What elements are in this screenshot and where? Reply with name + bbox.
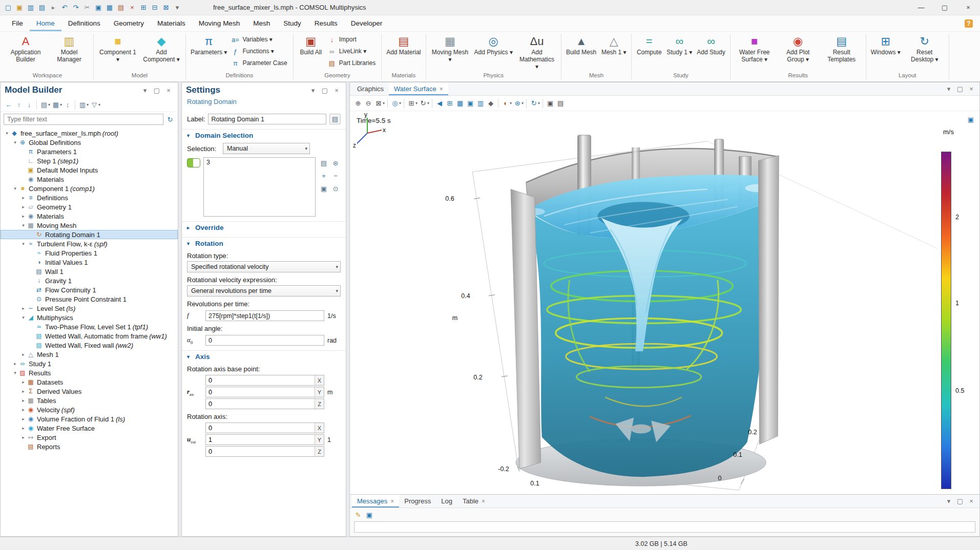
menu-developer[interactable]: Developer	[344, 15, 389, 31]
float-panel-icon[interactable]: ▢	[152, 84, 162, 96]
filter-icon[interactable]: ▽▾	[89, 99, 101, 111]
ribbon-button-functions[interactable]: ƒFunctions ▾	[230, 46, 290, 57]
close-tab-icon[interactable]: ×	[482, 498, 485, 505]
menu-file[interactable]: File	[5, 15, 30, 31]
close-panel-icon[interactable]: ×	[163, 84, 174, 96]
expander-icon[interactable]: ▾	[12, 140, 18, 145]
paste-icon[interactable]: ▤	[116, 2, 126, 13]
annotate-icon[interactable]: ✎	[353, 509, 363, 520]
tree-node-export[interactable]: ▸↦Export	[1, 433, 178, 442]
ribbon-button-build-all[interactable]: ▣Build All	[296, 33, 326, 57]
tree-node-level-set[interactable]: ▸∼Level Set(ls)	[1, 304, 178, 313]
panel-menu-icon[interactable]: ▾	[944, 83, 954, 95]
close-button[interactable]: ×	[956, 0, 980, 15]
tree-node-mesh-1[interactable]: ▸△Mesh 1	[1, 350, 178, 359]
expander-icon[interactable]: ▾	[4, 131, 10, 136]
panel-menu-icon[interactable]: ▾	[140, 84, 150, 96]
selection-list[interactable]: 3	[203, 157, 316, 217]
tree-node-study-1[interactable]: ▸∞Study 1	[1, 359, 178, 368]
show-node-icon[interactable]: ▤▾	[39, 99, 51, 111]
lock-view-icon[interactable]: ◆	[486, 98, 496, 109]
close-tab-icon[interactable]: ×	[440, 86, 443, 93]
ribbon-button-parameters[interactable]: πParameters ▾	[189, 33, 229, 57]
tree-node-fluid-properties-1[interactable]: ≈Fluid Properties 1	[1, 248, 178, 258]
zoom-in-icon[interactable]: ⊕	[353, 98, 363, 109]
ribbon-button-parameter-case[interactable]: πParameter Case	[230, 57, 290, 69]
ribbon-button-moving-mesh[interactable]: ▦Moving Mesh ▾	[429, 33, 472, 64]
redo-icon[interactable]: ↷	[71, 2, 81, 13]
close-panel-icon[interactable]: ×	[331, 84, 342, 96]
expander-icon[interactable]: ▸	[20, 214, 27, 219]
ribbon-button-add-material[interactable]: ▤Add Material	[384, 33, 423, 57]
tree-node-flow-continuity-1[interactable]: ⇄Flow Continuity 1	[1, 285, 178, 294]
settings-node-type-link[interactable]: Rotating Domain	[182, 98, 346, 108]
close-panel-icon[interactable]: ×	[966, 496, 976, 507]
tree-node-step-1[interactable]: ∟Step 1(step1)	[1, 156, 178, 165]
go-to-default-view-icon[interactable]: ◎▾	[390, 98, 402, 109]
float-panel-icon[interactable]: ▢	[320, 84, 330, 96]
scene-settings-icon[interactable]: ⊛▾	[512, 98, 524, 109]
tree-filter-input[interactable]	[4, 114, 163, 125]
tree-node-volume-fraction-of-fluid-1[interactable]: ▸◉Volume Fraction of Fluid 1(ls)	[1, 414, 178, 424]
ribbon-button-water-free-surface[interactable]: ■Water Free Surface ▾	[733, 33, 776, 64]
menu-study[interactable]: Study	[277, 15, 308, 31]
create-selection-icon[interactable]: ⊛	[330, 157, 341, 168]
maximize-button[interactable]: ▢	[933, 0, 956, 15]
ribbon-button-part-libraries[interactable]: ▤Part Libraries	[326, 57, 379, 69]
tree-node-rotating-domain-1[interactable]: ↻Rotating Domain 1	[1, 230, 178, 239]
rotation-type-dropdown[interactable]: Specified rotational velocity ▾	[187, 261, 341, 272]
tree-node-definitions[interactable]: ▸≡Definitions	[1, 193, 178, 202]
rotation-axis-x-input[interactable]	[206, 423, 315, 433]
add-selection-icon[interactable]: +	[319, 170, 329, 181]
tree-node-global-definitions[interactable]: ▾⊕Global Definitions	[1, 138, 178, 147]
selection-active-toggle[interactable]	[187, 158, 200, 167]
run-icon[interactable]: ▸	[48, 2, 58, 13]
tree-node-wetted-wall-fixed-wall[interactable]: ▤Wetted Wall, Fixed wall(ww2)	[1, 341, 178, 350]
ribbon-button-livelink[interactable]: ∞LiveLink ▾	[326, 46, 379, 57]
expander-icon[interactable]: ▾	[20, 223, 27, 228]
appearance-icon[interactable]: ◐▾	[501, 98, 512, 109]
tree-node-velocity[interactable]: ▸◉Velocity(spf)	[1, 405, 178, 414]
minimize-button[interactable]: —	[909, 0, 933, 15]
cut-icon[interactable]: ✂	[82, 2, 92, 13]
nav-back-icon[interactable]: ←	[4, 99, 14, 111]
ribbon-button-add-physics[interactable]: ◎Add Physics ▾	[472, 33, 515, 57]
messages-tab-table[interactable]: Table×	[457, 495, 490, 507]
plot-in-window-icon[interactable]: ▥	[475, 98, 486, 109]
expander-icon[interactable]: ▸	[20, 398, 27, 403]
tree-node-default-model-inputs[interactable]: ▣Default Model Inputs	[1, 165, 178, 175]
delete-icon[interactable]: ×	[127, 2, 137, 13]
evaluate-table-icon[interactable]: ⊟	[150, 2, 160, 13]
graphics-tab-water-surface[interactable]: Water Surface×	[389, 82, 448, 95]
float-panel-icon[interactable]: ▢	[955, 83, 965, 95]
help-icon[interactable]: ?	[964, 18, 974, 29]
tree-node-materials[interactable]: ◉Materials	[1, 175, 178, 184]
expander-icon[interactable]: ▸	[20, 379, 27, 385]
label-input[interactable]	[208, 114, 326, 124]
undo-icon[interactable]: ↶	[59, 2, 70, 13]
dock-window-icon[interactable]: ▣	[465, 98, 475, 109]
tree-node-pressure-point-constraint-1[interactable]: ⊙Pressure Point Constraint 1	[1, 294, 178, 304]
menu-moving-mesh[interactable]: Moving Mesh	[192, 15, 246, 31]
menu-geometry[interactable]: Geometry	[107, 15, 151, 31]
tree-node-wetted-wall-automatic-from-frame[interactable]: ▤Wetted Wall, Automatic from frame(ww1)	[1, 331, 178, 341]
save-icon[interactable]: ▥	[26, 2, 36, 13]
ribbon-button-variables[interactable]: a=Variables ▾	[230, 34, 290, 45]
ribbon-button-import[interactable]: ↓Import	[326, 34, 379, 45]
tree-node-wall-1[interactable]: ▤Wall 1	[1, 267, 178, 276]
selection-mode-dropdown[interactable]: Manual ▾	[223, 143, 310, 154]
expander-icon[interactable]: ▸	[20, 352, 27, 357]
menu-results[interactable]: Results	[308, 15, 344, 31]
menu-definitions[interactable]: Definitions	[61, 15, 107, 31]
open-in-window-icon[interactable]: ▣	[364, 509, 374, 520]
ribbon-button-build-mesh[interactable]: ▲Build Mesh	[564, 33, 598, 57]
ribbon-button-windows[interactable]: ⊞Windows ▾	[869, 33, 903, 57]
view-options-icon[interactable]: ▦▾	[51, 99, 62, 111]
ribbon-button-add-component[interactable]: ◆Add Component ▾	[140, 33, 183, 64]
ribbon-button-result-templates[interactable]: ▤Result Templates	[820, 33, 863, 64]
tree-node-gravity-1[interactable]: ↓Gravity 1	[1, 276, 178, 285]
close-panel-icon[interactable]: ×	[966, 83, 976, 95]
rotation-axis-z-input[interactable]	[206, 447, 315, 456]
expander-icon[interactable]: ▾	[12, 370, 18, 375]
nav-up-icon[interactable]: ↑	[14, 99, 24, 111]
